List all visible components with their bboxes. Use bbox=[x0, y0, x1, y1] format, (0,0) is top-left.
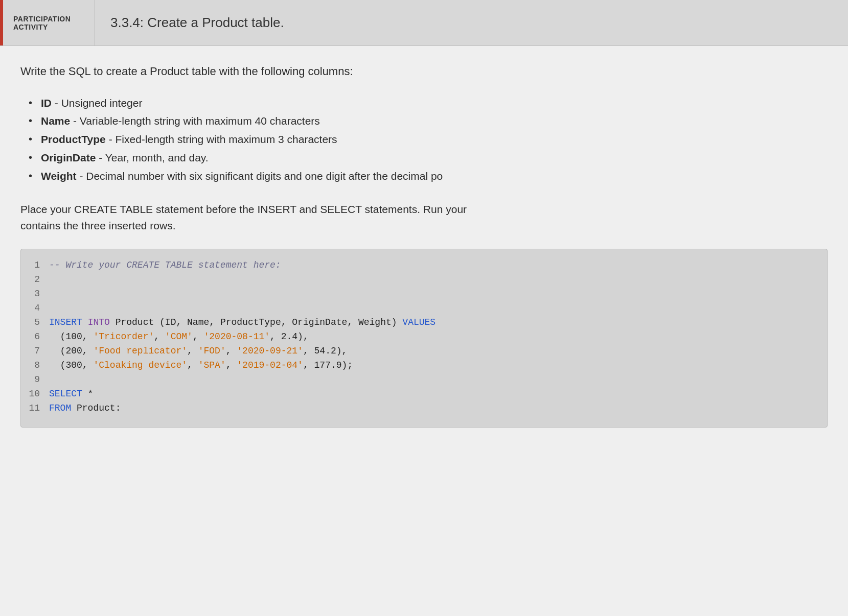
col-desc: - Unsigned integer bbox=[52, 97, 142, 109]
col-desc: - Variable-length string with maximum 40… bbox=[70, 115, 320, 127]
list-item: OriginDate - Year, month, and day. bbox=[31, 149, 828, 167]
columns-list: ID - Unsigned integer Name - Variable-le… bbox=[20, 94, 828, 185]
code-line-10: 10 SELECT * bbox=[21, 388, 827, 402]
list-item: Name - Variable-length string with maxim… bbox=[31, 112, 828, 130]
line-number: 7 bbox=[21, 346, 49, 356]
code-editor[interactable]: 1 -- Write your CREATE TABLE statement h… bbox=[20, 249, 828, 428]
list-item: Weight - Decimal number with six signifi… bbox=[31, 167, 828, 185]
line-number: 1 bbox=[21, 260, 49, 270]
line-number: 9 bbox=[21, 374, 49, 385]
code-line-4: 4 bbox=[21, 302, 827, 317]
header-bar: PARTICIPATION ACTIVITY 3.3.4: Create a P… bbox=[0, 0, 848, 46]
participation-label: PARTICIPATION bbox=[13, 15, 84, 23]
col-desc: - Fixed-length string with maximum 3 cha… bbox=[106, 133, 337, 145]
code-line-9: 9 bbox=[21, 374, 827, 388]
header-label: PARTICIPATION ACTIVITY bbox=[3, 0, 95, 45]
description-text: Write the SQL to create a Product table … bbox=[20, 64, 828, 80]
list-item: ID - Unsigned integer bbox=[31, 94, 828, 112]
page-container: PARTICIPATION ACTIVITY 3.3.4: Create a P… bbox=[0, 0, 848, 616]
line-number: 3 bbox=[21, 289, 49, 299]
line-number: 2 bbox=[21, 274, 49, 285]
line-number: 11 bbox=[21, 403, 49, 413]
line-number: 4 bbox=[21, 303, 49, 313]
line-content: SELECT * bbox=[49, 389, 827, 399]
code-line-7: 7 (200, 'Food replicator', 'FOD', '2020-… bbox=[21, 345, 827, 360]
col-name: ProductType bbox=[41, 133, 106, 145]
header-title: 3.3.4: Create a Product table. bbox=[95, 0, 300, 45]
code-line-2: 2 bbox=[21, 274, 827, 288]
code-line-5: 5 INSERT INTO Product (ID, Name, Product… bbox=[21, 317, 827, 331]
activity-label: ACTIVITY bbox=[13, 23, 84, 31]
code-line-1: 1 -- Write your CREATE TABLE statement h… bbox=[21, 259, 827, 274]
line-content: (100, 'Tricorder', 'COM', '2020-08-11', … bbox=[49, 331, 827, 342]
col-name: ID bbox=[41, 97, 52, 109]
code-line-8: 8 (300, 'Cloaking device', 'SPA', '2019-… bbox=[21, 360, 827, 374]
line-content: FROM Product: bbox=[49, 403, 827, 413]
line-number: 5 bbox=[21, 317, 49, 327]
instructions-text: Place your CREATE TABLE statement before… bbox=[20, 201, 828, 233]
list-item: ProductType - Fixed-length string with m… bbox=[31, 130, 828, 149]
col-name: Name bbox=[41, 115, 70, 127]
line-number: 8 bbox=[21, 360, 49, 370]
main-content: Write the SQL to create a Product table … bbox=[0, 46, 848, 448]
col-desc: - Decimal number with six significant di… bbox=[77, 170, 443, 182]
code-line-11: 11 FROM Product: bbox=[21, 402, 827, 417]
line-content: (300, 'Cloaking device', 'SPA', '2019-02… bbox=[49, 360, 827, 370]
code-line-6: 6 (100, 'Tricorder', 'COM', '2020-08-11'… bbox=[21, 331, 827, 345]
code-line-3: 3 bbox=[21, 288, 827, 302]
line-content: (200, 'Food replicator', 'FOD', '2020-09… bbox=[49, 346, 827, 356]
line-content: -- Write your CREATE TABLE statement her… bbox=[49, 260, 827, 270]
line-number: 10 bbox=[21, 389, 49, 399]
col-name: OriginDate bbox=[41, 152, 96, 163]
line-number: 6 bbox=[21, 331, 49, 342]
col-desc: - Year, month, and day. bbox=[96, 152, 208, 163]
line-content: INSERT INTO Product (ID, Name, ProductTy… bbox=[49, 317, 827, 327]
col-name: Weight bbox=[41, 170, 77, 182]
